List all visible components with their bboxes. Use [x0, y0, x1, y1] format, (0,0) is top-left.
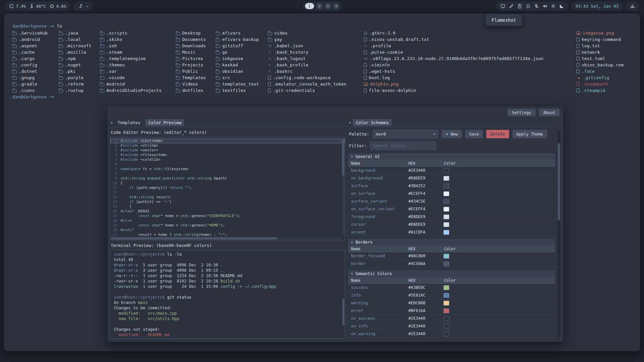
workspace-1[interactable]: 1	[305, 3, 314, 9]
folder-icon	[216, 64, 220, 67]
systray-pill[interactable]	[626, 2, 639, 11]
color-row[interactable]: cursor#D8DEE9	[348, 221, 555, 228]
file-entry: {}.v8flags.13.6.233.10-node.27.9180b4da3…	[364, 55, 577, 62]
filter-input[interactable]	[370, 142, 436, 150]
color-row[interactable]: on_warning#2E3440	[348, 330, 555, 338]
file-entry: .dotnet	[12, 68, 59, 74]
color-row[interactable]: on_success#2E3440	[348, 315, 555, 322]
color-swatch[interactable]	[443, 176, 449, 181]
file-entry: .git-credentials	[268, 87, 364, 94]
system-stats-pill: 7.4% 48°C 4.6G	[5, 2, 70, 11]
chevron-down-icon[interactable]: ▼	[111, 121, 112, 124]
color-swatch[interactable]	[443, 331, 449, 337]
settings-button[interactable]: Settings	[507, 109, 536, 116]
color-swatch[interactable]	[443, 324, 449, 329]
color-swatch[interactable]	[443, 285, 449, 290]
color-swatch[interactable]	[443, 199, 449, 204]
file-icon	[577, 82, 580, 86]
color-row[interactable]: on_surface_variant#ECEFF4	[348, 205, 555, 213]
code-line: 16#ifdef _WIN32	[110, 209, 345, 214]
chevron-down-icon[interactable]: ▼	[349, 121, 351, 124]
color-swatch[interactable]	[443, 214, 449, 219]
color-swatch[interactable]	[443, 301, 449, 306]
tab-templates[interactable]: Templates	[114, 119, 143, 126]
color-swatch[interactable]	[443, 261, 449, 266]
night-light-icon[interactable]	[559, 4, 564, 9]
file-entry: keyring-command	[577, 36, 637, 43]
folder-icon	[12, 70, 17, 73]
display-icon[interactable]	[500, 4, 505, 9]
color-swatch[interactable]	[443, 184, 449, 189]
color-row[interactable]: on_info#2E3440	[348, 322, 555, 330]
color-row[interactable]: on_surface#ECEFF4	[348, 190, 555, 198]
color-row[interactable]: background#2E3440	[348, 167, 555, 174]
memory-chip-icon	[49, 4, 54, 9]
color-swatch[interactable]	[443, 308, 449, 313]
volume-icon[interactable]	[542, 4, 547, 9]
terminal-preview-line: Changes to be committed:	[114, 305, 341, 311]
terminal-preview-line: -rwxr-xr-x 1 user group 8192 Dec 2 10:28…	[114, 278, 341, 284]
brightness-icon[interactable]	[551, 4, 556, 9]
file-icon	[577, 89, 580, 93]
color-row[interactable]: border#4C566A	[348, 260, 555, 268]
color-row[interactable]: foreground#D8DEE9	[348, 213, 555, 221]
file-entry: gitstuff	[216, 43, 268, 49]
about-button[interactable]: About	[539, 109, 560, 116]
color-row[interactable]: surface_variant#434C5E	[348, 198, 555, 205]
delete-button[interactable]: Delete	[486, 130, 509, 138]
color-swatch[interactable]	[443, 254, 449, 259]
color-row[interactable]: warning#EBCB8B	[348, 299, 555, 307]
terminal-preview-line: user@host:~/projects$ git status	[114, 295, 341, 300]
tab-color-schemes[interactable]: Color Schemes	[353, 119, 392, 126]
workspace-4[interactable]: 4	[333, 3, 339, 9]
color-swatch[interactable]	[443, 168, 449, 173]
palette-controls: Palette: nord ▼ + New Save Delete Apply …	[349, 130, 555, 138]
code-line: 18#else	[110, 218, 345, 223]
file-icon	[364, 63, 367, 67]
color-row[interactable]: border_focused#88C0D0	[348, 252, 555, 260]
palette-select[interactable]: nord ▼	[373, 130, 438, 138]
editor-vertical-scrollbar[interactable]	[342, 138, 344, 237]
table-header-row: NameHEXColor	[348, 246, 555, 252]
folder-icon	[216, 58, 220, 61]
editor-horizontal-scrollbar[interactable]	[111, 237, 341, 240]
color-tables-scrollbar[interactable]	[557, 130, 560, 338]
color-swatch[interactable]	[443, 316, 449, 321]
workspace-2[interactable]: 2	[316, 3, 323, 9]
new-palette-button[interactable]: + New	[442, 130, 462, 138]
section-header[interactable]: ▼Semantic Colors	[348, 270, 555, 277]
code-line: 19 const char* home = std::getenv("HOME"…	[110, 223, 345, 228]
color-row[interactable]: success#A3BE8C	[348, 284, 555, 292]
color-swatch[interactable]	[443, 293, 449, 298]
save-button[interactable]: Save	[465, 130, 483, 138]
color-swatch[interactable]	[443, 191, 449, 196]
code-line: 15 {	[110, 204, 345, 209]
color-row[interactable]: surface#3B4252	[348, 182, 555, 190]
folder-icon	[100, 64, 104, 67]
folder-icon	[216, 45, 220, 48]
file-entry: vbios_backup.rom	[577, 62, 637, 68]
color-row[interactable]: info#5E81AC	[348, 292, 555, 299]
color-swatch[interactable]	[443, 207, 449, 212]
terminal-preview-label: Terminal Preview: (base00-base0F colors)	[111, 243, 344, 248]
bell-icon[interactable]	[526, 4, 531, 9]
color-swatch[interactable]	[443, 222, 449, 227]
code-line: 17 const char* home = std::getenv("USERP…	[110, 214, 345, 218]
clock[interactable]: 03:43 Sat, Jan 03	[571, 2, 623, 11]
color-swatch[interactable]	[443, 230, 449, 235]
apply-theme-button[interactable]: Apply Theme	[512, 130, 547, 138]
color-row[interactable]: accent#A1CDFA	[348, 228, 555, 236]
brush-icon[interactable]	[509, 4, 514, 9]
section-header[interactable]: ▼General UI	[348, 153, 555, 160]
tab-color-preview[interactable]: Color Preview	[145, 119, 184, 126]
home-pill[interactable]: ~	[73, 2, 93, 11]
file-entry: >_.profile	[364, 43, 577, 49]
workspace-3[interactable]: 3	[325, 3, 331, 9]
mic-off-icon[interactable]	[534, 4, 539, 9]
color-row[interactable]: on_background#D8DEE9	[348, 174, 555, 182]
color-row[interactable]: error#BF616A	[348, 307, 555, 315]
section-header[interactable]: ▼Borders	[348, 239, 555, 246]
ls-column: efivarsefivars-backupgitstuffgoinkgoosek…	[216, 30, 268, 94]
terminal-preview-scrollbar[interactable]	[342, 251, 344, 338]
clipboard-icon[interactable]	[517, 4, 522, 9]
